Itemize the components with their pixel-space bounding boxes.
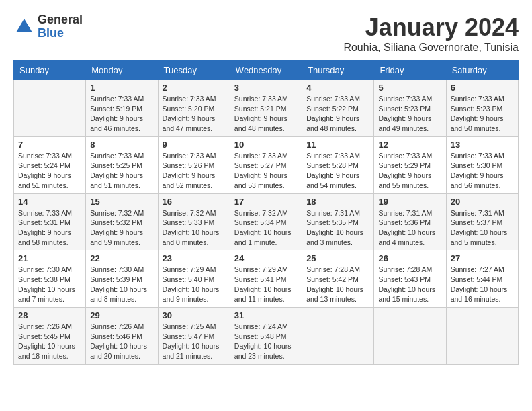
- table-row: 14Sunrise: 7:33 AMSunset: 5:31 PMDayligh…: [14, 193, 86, 250]
- day-number: 6: [451, 83, 514, 93]
- calendar-header-row: Sunday Monday Tuesday Wednesday Thursday…: [14, 61, 519, 80]
- calendar-table: Sunday Monday Tuesday Wednesday Thursday…: [13, 60, 519, 365]
- table-row: 20Sunrise: 7:31 AMSunset: 5:37 PMDayligh…: [446, 193, 518, 250]
- calendar-week-row: 7Sunrise: 7:33 AMSunset: 5:24 PMDaylight…: [14, 136, 519, 193]
- table-row: [446, 308, 518, 365]
- table-row: 10Sunrise: 7:33 AMSunset: 5:27 PMDayligh…: [230, 136, 302, 193]
- day-info: Sunrise: 7:28 AMSunset: 5:43 PMDaylight:…: [378, 265, 441, 304]
- table-row: 29Sunrise: 7:26 AMSunset: 5:46 PMDayligh…: [86, 308, 158, 365]
- day-info: Sunrise: 7:30 AMSunset: 5:38 PMDaylight:…: [18, 265, 81, 304]
- day-number: 30: [163, 310, 226, 320]
- header-saturday: Saturday: [446, 61, 518, 80]
- header-monday: Monday: [86, 61, 158, 80]
- day-number: 16: [163, 197, 226, 207]
- day-info: Sunrise: 7:29 AMSunset: 5:40 PMDaylight:…: [163, 265, 226, 304]
- day-number: 24: [234, 253, 298, 263]
- table-row: 2Sunrise: 7:33 AMSunset: 5:20 PMDaylight…: [158, 80, 230, 137]
- day-number: 2: [163, 83, 226, 93]
- header: General Blue January 2024 Rouhia, Silian…: [13, 13, 519, 54]
- logo: General Blue: [13, 13, 83, 40]
- logo-text: General Blue: [38, 13, 83, 40]
- day-number: 19: [378, 197, 441, 207]
- day-info: Sunrise: 7:33 AMSunset: 5:21 PMDaylight:…: [234, 94, 298, 134]
- day-info: Sunrise: 7:33 AMSunset: 5:31 PMDaylight:…: [18, 208, 81, 248]
- calendar-week-row: 28Sunrise: 7:26 AMSunset: 5:45 PMDayligh…: [14, 308, 519, 365]
- day-info: Sunrise: 7:33 AMSunset: 5:25 PMDaylight:…: [90, 151, 153, 191]
- day-number: 20: [451, 197, 514, 207]
- day-number: 31: [234, 310, 298, 320]
- day-info: Sunrise: 7:26 AMSunset: 5:46 PMDaylight:…: [90, 322, 153, 361]
- day-info: Sunrise: 7:31 AMSunset: 5:37 PMDaylight:…: [451, 208, 514, 248]
- table-row: 30Sunrise: 7:25 AMSunset: 5:47 PMDayligh…: [158, 308, 230, 365]
- table-row: 24Sunrise: 7:29 AMSunset: 5:41 PMDayligh…: [230, 250, 302, 308]
- day-info: Sunrise: 7:33 AMSunset: 5:29 PMDaylight:…: [378, 151, 441, 191]
- logo-general-text: General: [38, 13, 83, 27]
- day-info: Sunrise: 7:33 AMSunset: 5:26 PMDaylight:…: [163, 151, 226, 191]
- table-row: 22Sunrise: 7:30 AMSunset: 5:39 PMDayligh…: [86, 250, 158, 308]
- table-row: 9Sunrise: 7:33 AMSunset: 5:26 PMDaylight…: [158, 136, 230, 193]
- calendar-week-row: 14Sunrise: 7:33 AMSunset: 5:31 PMDayligh…: [14, 193, 519, 250]
- day-info: Sunrise: 7:33 AMSunset: 5:24 PMDaylight:…: [18, 151, 81, 191]
- title-section: January 2024 Rouhia, Siliana Governorate…: [343, 13, 519, 54]
- day-info: Sunrise: 7:25 AMSunset: 5:47 PMDaylight:…: [163, 322, 226, 361]
- day-number: 8: [90, 140, 153, 150]
- table-row: 17Sunrise: 7:32 AMSunset: 5:34 PMDayligh…: [230, 193, 302, 250]
- day-info: Sunrise: 7:33 AMSunset: 5:20 PMDaylight:…: [163, 94, 226, 134]
- table-row: 31Sunrise: 7:24 AMSunset: 5:48 PMDayligh…: [230, 308, 302, 365]
- day-number: 13: [451, 140, 514, 150]
- table-row: 13Sunrise: 7:33 AMSunset: 5:30 PMDayligh…: [446, 136, 518, 193]
- day-info: Sunrise: 7:29 AMSunset: 5:41 PMDaylight:…: [234, 265, 298, 304]
- day-info: Sunrise: 7:30 AMSunset: 5:39 PMDaylight:…: [90, 265, 153, 304]
- day-number: 29: [90, 310, 153, 320]
- day-info: Sunrise: 7:33 AMSunset: 5:27 PMDaylight:…: [234, 151, 298, 191]
- day-info: Sunrise: 7:28 AMSunset: 5:42 PMDaylight:…: [306, 265, 369, 304]
- day-info: Sunrise: 7:33 AMSunset: 5:19 PMDaylight:…: [90, 94, 153, 134]
- day-info: Sunrise: 7:32 AMSunset: 5:33 PMDaylight:…: [163, 208, 226, 248]
- day-number: 27: [451, 253, 514, 263]
- day-number: 9: [163, 140, 226, 150]
- day-info: Sunrise: 7:32 AMSunset: 5:32 PMDaylight:…: [90, 208, 153, 248]
- table-row: 7Sunrise: 7:33 AMSunset: 5:24 PMDaylight…: [14, 136, 86, 193]
- table-row: 8Sunrise: 7:33 AMSunset: 5:25 PMDaylight…: [86, 136, 158, 193]
- day-info: Sunrise: 7:26 AMSunset: 5:45 PMDaylight:…: [18, 322, 81, 361]
- day-info: Sunrise: 7:33 AMSunset: 5:23 PMDaylight:…: [378, 94, 441, 134]
- table-row: 3Sunrise: 7:33 AMSunset: 5:21 PMDaylight…: [230, 80, 302, 137]
- header-tuesday: Tuesday: [158, 61, 230, 80]
- table-row: 15Sunrise: 7:32 AMSunset: 5:32 PMDayligh…: [86, 193, 158, 250]
- table-row: 28Sunrise: 7:26 AMSunset: 5:45 PMDayligh…: [14, 308, 86, 365]
- table-row: [374, 308, 446, 365]
- table-row: 26Sunrise: 7:28 AMSunset: 5:43 PMDayligh…: [374, 250, 446, 308]
- day-number: 23: [163, 253, 226, 263]
- day-info: Sunrise: 7:27 AMSunset: 5:44 PMDaylight:…: [451, 265, 514, 304]
- day-info: Sunrise: 7:31 AMSunset: 5:36 PMDaylight:…: [378, 208, 441, 248]
- day-number: 4: [306, 83, 369, 93]
- table-row: 5Sunrise: 7:33 AMSunset: 5:23 PMDaylight…: [374, 80, 446, 137]
- header-thursday: Thursday: [302, 61, 374, 80]
- table-row: 16Sunrise: 7:32 AMSunset: 5:33 PMDayligh…: [158, 193, 230, 250]
- calendar-week-row: 1Sunrise: 7:33 AMSunset: 5:19 PMDaylight…: [14, 80, 519, 137]
- day-number: 25: [306, 253, 369, 263]
- location-subtitle: Rouhia, Siliana Governorate, Tunisia: [343, 42, 519, 54]
- table-row: 27Sunrise: 7:27 AMSunset: 5:44 PMDayligh…: [446, 250, 518, 308]
- logo-icon: [13, 16, 35, 38]
- logo-blue-text: Blue: [38, 27, 83, 40]
- day-number: 1: [90, 83, 153, 93]
- day-number: 3: [234, 83, 298, 93]
- day-number: 11: [306, 140, 369, 150]
- day-number: 26: [378, 253, 441, 263]
- table-row: 21Sunrise: 7:30 AMSunset: 5:38 PMDayligh…: [14, 250, 86, 308]
- day-info: Sunrise: 7:33 AMSunset: 5:28 PMDaylight:…: [306, 151, 369, 191]
- day-number: 17: [234, 197, 298, 207]
- table-row: 1Sunrise: 7:33 AMSunset: 5:19 PMDaylight…: [86, 80, 158, 137]
- table-row: 6Sunrise: 7:33 AMSunset: 5:23 PMDaylight…: [446, 80, 518, 137]
- day-info: Sunrise: 7:24 AMSunset: 5:48 PMDaylight:…: [234, 322, 298, 361]
- table-row: 23Sunrise: 7:29 AMSunset: 5:40 PMDayligh…: [158, 250, 230, 308]
- day-number: 5: [378, 83, 441, 93]
- day-number: 15: [90, 197, 153, 207]
- day-info: Sunrise: 7:33 AMSunset: 5:30 PMDaylight:…: [451, 151, 514, 191]
- header-sunday: Sunday: [14, 61, 86, 80]
- day-number: 14: [18, 197, 81, 207]
- day-number: 7: [18, 140, 81, 150]
- table-row: 25Sunrise: 7:28 AMSunset: 5:42 PMDayligh…: [302, 250, 374, 308]
- table-row: 12Sunrise: 7:33 AMSunset: 5:29 PMDayligh…: [374, 136, 446, 193]
